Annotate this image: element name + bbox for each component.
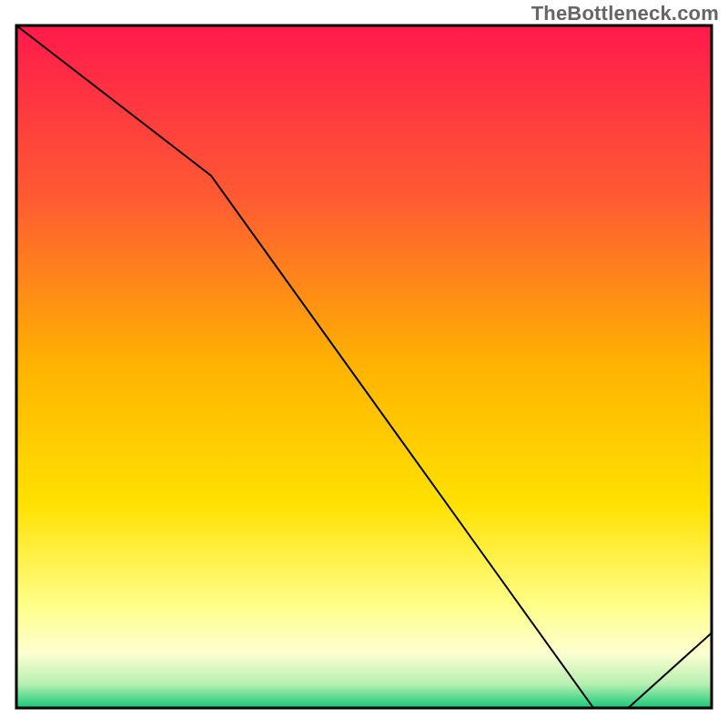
chart-svg [0, 0, 728, 728]
plot-background [16, 25, 712, 708]
chart-container: TheBottleneck.com [0, 0, 728, 728]
